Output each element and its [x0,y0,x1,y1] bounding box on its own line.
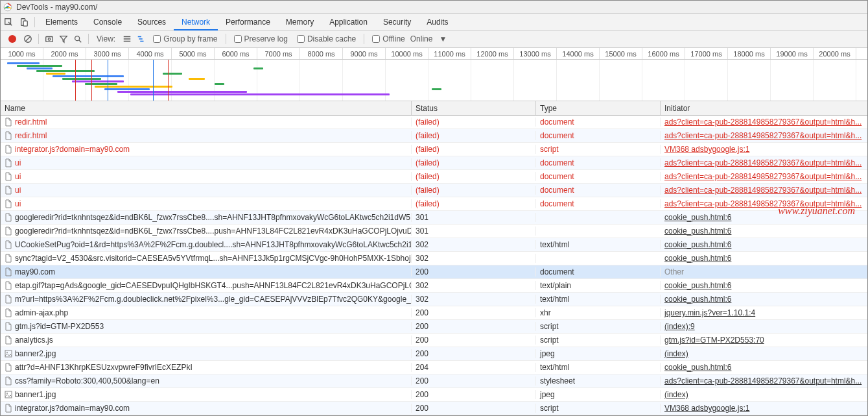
device-icon[interactable] [16,14,32,30]
column-header-name[interactable]: Name [1,101,412,115]
request-initiator[interactable]: ads?client=ca-pub-2888149858279367&outpu… [664,199,862,208]
table-headers: Name Status Type Initiator [1,101,867,116]
view-waterfall-icon[interactable] [135,32,148,45]
request-type: document [536,172,661,181]
table-row[interactable]: analytics.js200scriptgtm.js?id=GTM-PX2D5… [1,334,867,347]
request-initiator[interactable]: ads?client=ca-pub-2888149858279367&outpu… [664,158,862,167]
waterfall-overview[interactable] [1,60,867,101]
tab-sources[interactable]: Sources [130,14,174,31]
table-row[interactable]: googleredir?rid=tknhntsqez&id=ndBK6L_fzw… [1,211,867,225]
request-initiator[interactable]: jquery.min.js?ver=1.10.1:4 [664,308,755,317]
request-type: document [536,267,661,276]
request-status: (failed) [412,158,536,167]
table-row[interactable]: attr?d=AHNF13KhrpKESUzxvpwreF9fivrIEcXEZ… [1,361,867,374]
svg-point-10 [6,352,8,353]
table-row[interactable]: ui(failed)documentads?client=ca-pub-2888… [1,197,867,211]
svg-rect-11 [5,391,12,398]
request-initiator[interactable]: ads?client=ca-pub-2888149858279367&outpu… [664,172,862,181]
request-status: 302 [412,240,536,249]
column-header-status[interactable]: Status [412,101,536,115]
table-row[interactable]: redir.html(failed)documentads?client=ca-… [1,116,867,129]
request-initiator[interactable]: ads?client=ca-pub-2888149858279367&outpu… [664,186,862,195]
table-row[interactable]: UCookieSetPug?oid=1&rd=https%3A%2F%2Fcm.… [1,238,867,252]
request-name: analytics.js [15,336,53,345]
ruler-tick: 19000 ms [771,48,814,59]
request-status: 301 [412,213,536,222]
request-initiator[interactable]: cookie_push.html:6 [664,240,731,249]
column-header-type[interactable]: Type [536,101,661,115]
capture-screenshot-icon[interactable] [43,32,56,45]
tab-elements[interactable]: Elements [38,14,86,31]
waterfall-bar [117,91,247,93]
clear-icon[interactable] [21,32,34,45]
table-row[interactable]: googleredir?rid=tknhntsqez&id=ndBK6L_fzw… [1,225,867,238]
filter-icon[interactable] [57,32,70,45]
request-initiator[interactable]: (index) [664,349,688,358]
request-initiator[interactable]: cookie_push.html:6 [664,281,731,290]
request-initiator[interactable]: ads?client=ca-pub-2888149858279367&outpu… [664,117,862,127]
table-row[interactable]: may90.com200documentOther [1,265,867,279]
inspect-icon[interactable] [1,14,16,30]
tab-application[interactable]: Application [322,14,375,31]
view-large-icon[interactable] [121,32,134,45]
table-row[interactable]: sync?tagid=V2_4530&src.visitorid=CAESEA5… [1,252,867,265]
request-initiator[interactable]: cookie_push.html:6 [664,254,731,263]
separator [34,17,35,27]
request-initiator[interactable]: cookie_push.html:6 [664,213,731,222]
request-type: text/html [536,363,661,372]
table-row[interactable]: integrator.js?domain=may90.com200scriptV… [1,402,867,415]
table-row[interactable]: ui(failed)documentads?client=ca-pub-2888… [1,170,867,184]
request-status: 200 [412,390,536,399]
svg-point-12 [6,393,8,394]
search-icon[interactable] [71,32,84,45]
request-status: 301 [412,226,536,236]
tab-performance[interactable]: Performance [218,14,278,31]
offline-checkbox[interactable]: Offline [368,34,408,43]
ruler-tick: 3000 ms [86,48,129,59]
group-by-frame-checkbox[interactable]: Group by frame [149,34,221,43]
table-row[interactable]: banner2.jpg200jpeg(index) [1,347,867,361]
table-row[interactable]: ui(failed)documentads?client=ca-pub-2888… [1,156,867,170]
table-row[interactable]: banner1.jpg200jpeg(index) [1,388,867,402]
ruler-tick: 7000 ms [257,48,300,59]
tab-security[interactable]: Security [375,14,419,31]
window-title: DevTools - may90.com/ [16,3,97,12]
tab-console[interactable]: Console [86,14,130,31]
table-row[interactable]: ui(failed)documentads?client=ca-pub-2888… [1,184,867,197]
table-row[interactable]: css?family=Roboto:300,400,500&lang=en200… [1,374,867,388]
svg-point-8 [75,36,80,41]
table-row[interactable]: gtm.js?id=GTM-PX2D553200script(index):9 [1,320,867,334]
request-initiator[interactable]: cookie_push.html:6 [664,295,731,304]
request-name: gtm.js?id=GTM-PX2D553 [15,322,104,331]
waterfall-bar [36,70,95,72]
table-row[interactable]: redir.html(failed)documentads?client=ca-… [1,129,867,143]
request-initiator[interactable]: ads?client=ca-pub-2888149858279367&outpu… [664,131,862,140]
preserve-log-checkbox[interactable]: Preserve log [230,34,292,43]
request-initiator[interactable]: VM368 adsbygoogle.js:1 [664,145,749,154]
file-icon [5,349,12,358]
file-icon [5,213,12,222]
request-initiator[interactable]: cookie_push.html:6 [664,363,731,372]
request-initiator[interactable]: gtm.js?id=GTM-PX2D553:70 [664,336,764,345]
ruler-tick: 17000 ms [685,48,728,59]
request-initiator[interactable]: ads?client=ca-pub-2888149858279367&outpu… [664,376,862,385]
waterfall-bar [7,62,40,64]
throttling-select[interactable]: Online ▼ [410,34,447,43]
request-name: etap.gif?tap=gAds&google_gid=CAESEDvpuIQ… [15,281,412,290]
table-row[interactable]: admin-ajax.php200xhrjquery.min.js?ver=1.… [1,306,867,320]
tab-memory[interactable]: Memory [278,14,322,31]
request-initiator[interactable]: cookie_push.html:6 [664,226,731,236]
request-initiator[interactable]: (index) [664,390,688,399]
table-row[interactable]: integrator.js?domain=may90.com(failed)sc… [1,143,867,156]
request-initiator[interactable]: Other [664,267,684,276]
request-initiator[interactable]: VM368 adsbygoogle.js:1 [664,404,749,413]
table-row[interactable]: m?url=https%3A%2F%2Fcm.g.doubleclick.net… [1,293,867,306]
record-button[interactable] [8,35,16,43]
svg-rect-6 [46,37,53,42]
column-header-initiator[interactable]: Initiator [661,101,867,115]
request-initiator[interactable]: (index):9 [664,322,695,331]
table-row[interactable]: etap.gif?tap=gAds&google_gid=CAESEDvpuIQ… [1,279,867,293]
tab-network[interactable]: Network [174,14,218,31]
tab-audits[interactable]: Audits [419,14,456,31]
disable-cache-checkbox[interactable]: Disable cache [293,34,360,43]
